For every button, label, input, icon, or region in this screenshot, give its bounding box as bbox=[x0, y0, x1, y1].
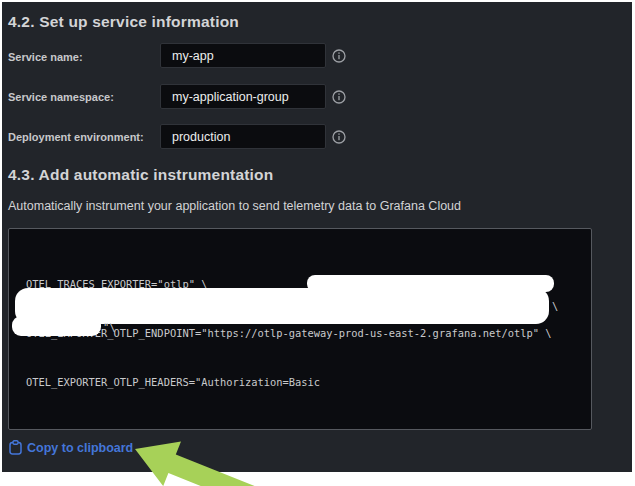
instrumentation-description: Automatically instrument your applicatio… bbox=[8, 199, 461, 213]
copy-to-clipboard-button[interactable]: Copy to clipboard bbox=[9, 440, 133, 455]
code-lines: OTEL_TRACES_EXPORTER="otlp" \ OTEL_EXPOR… bbox=[26, 244, 585, 430]
deployment-environment-label: Deployment environment: bbox=[8, 131, 144, 143]
deployment-environment-input[interactable] bbox=[160, 124, 326, 149]
redacted-line-fragment: "\ bbox=[103, 321, 116, 333]
redaction-blob bbox=[12, 316, 101, 336]
service-name-input[interactable] bbox=[160, 43, 326, 68]
section-heading-instrumentation: 4.3. Add automatic instrumentation bbox=[8, 166, 273, 184]
service-namespace-label: Service namespace: bbox=[8, 91, 114, 103]
code-line: OTEL_EXPORTER_OTLP_HEADERS="Authorizatio… bbox=[26, 374, 585, 390]
redacted-line-fragment: \ bbox=[552, 300, 558, 312]
service-name-label: Service name: bbox=[8, 51, 83, 63]
copy-to-clipboard-label: Copy to clipboard bbox=[27, 441, 133, 455]
code-line bbox=[26, 422, 585, 430]
service-namespace-input[interactable] bbox=[160, 84, 326, 109]
info-icon[interactable] bbox=[332, 49, 346, 63]
info-icon[interactable] bbox=[332, 130, 346, 144]
info-icon[interactable] bbox=[332, 90, 346, 104]
grafana-setup-screenshot: 4.2. Set up service information Service … bbox=[0, 0, 635, 486]
section-heading-service-info: 4.2. Set up service information bbox=[8, 13, 239, 31]
clipboard-icon bbox=[9, 440, 22, 455]
